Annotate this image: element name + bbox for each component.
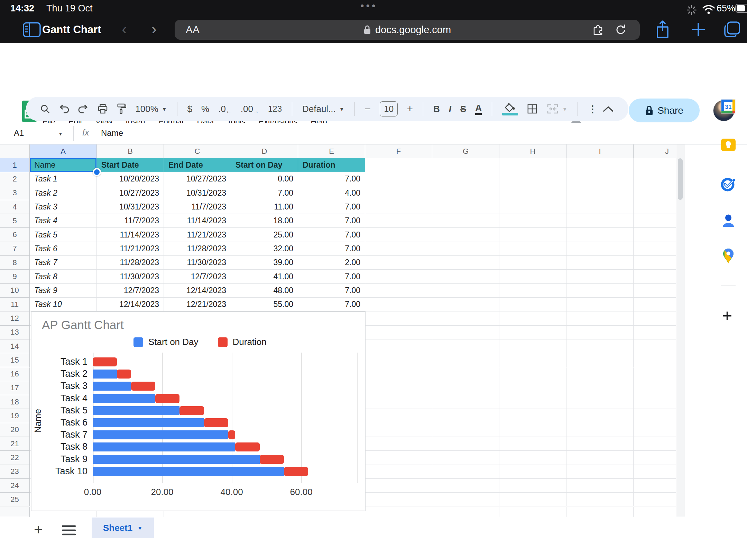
cell-D3[interactable]: 7.00 — [231, 186, 298, 200]
embedded-chart[interactable]: AP Gantt Chart Start on DayDuration Name… — [31, 311, 366, 511]
cell-I17[interactable] — [566, 381, 634, 395]
column-header-E[interactable]: E — [298, 144, 365, 158]
cell-H15[interactable] — [499, 353, 566, 367]
format-currency-button[interactable]: $ — [187, 104, 192, 114]
cell-C1[interactable]: End Date — [164, 158, 231, 172]
print-icon[interactable] — [98, 103, 108, 114]
cell-I20[interactable] — [566, 423, 634, 437]
cell-I4[interactable] — [566, 200, 634, 214]
cell-G15[interactable] — [432, 353, 499, 367]
cell-G16[interactable] — [432, 367, 499, 381]
paint-format-icon[interactable] — [117, 103, 126, 115]
cell-I25[interactable] — [566, 493, 634, 506]
cell-D4[interactable]: 11.00 — [231, 200, 298, 214]
cell-F4[interactable] — [365, 200, 432, 214]
name-box-caret-icon[interactable]: ▼ — [58, 131, 63, 137]
row-header-12[interactable]: 12 — [0, 311, 30, 325]
cell-G11[interactable] — [432, 298, 499, 311]
cell-C8[interactable]: 11/30/2023 — [164, 256, 231, 270]
bold-button[interactable]: B — [433, 104, 440, 114]
cell-F11[interactable] — [365, 298, 432, 311]
cell-J16[interactable] — [634, 367, 676, 381]
cell-E8[interactable]: 2.00 — [298, 256, 365, 270]
row-header-18[interactable]: 18 — [0, 395, 30, 409]
google-contacts-icon[interactable] — [720, 213, 737, 230]
cell-J8[interactable] — [634, 256, 676, 270]
text-color-button[interactable]: A — [475, 103, 482, 115]
cell-F7[interactable] — [365, 242, 432, 256]
cell-H26[interactable] — [499, 507, 566, 517]
cell-C5[interactable]: 11/14/2023 — [164, 214, 231, 228]
cell-J15[interactable] — [634, 353, 676, 367]
more-formats-button[interactable]: 123 — [268, 104, 282, 114]
cell-F6[interactable] — [365, 228, 432, 242]
cell-E10[interactable]: 7.00 — [298, 284, 365, 298]
cell-B8[interactable]: 11/28/2023 — [97, 256, 164, 270]
grid-corner[interactable] — [0, 144, 30, 158]
cell-G13[interactable] — [432, 326, 499, 339]
cell-A2[interactable]: Task 1 — [30, 172, 97, 186]
fill-color-button[interactable] — [502, 103, 518, 115]
cell-H11[interactable] — [499, 298, 566, 311]
borders-icon[interactable] — [527, 103, 537, 114]
cell-H19[interactable] — [499, 409, 566, 423]
cell-I18[interactable] — [566, 395, 634, 409]
cell-I2[interactable] — [566, 172, 634, 186]
cell-I24[interactable] — [566, 479, 634, 493]
cell-A8[interactable]: Task 7 — [30, 256, 97, 270]
cell-I26[interactable] — [566, 507, 634, 517]
column-header-B[interactable]: B — [97, 144, 164, 158]
cell-B4[interactable]: 10/31/2023 — [97, 200, 164, 214]
address-bar[interactable]: AA docs.google.com — [175, 20, 640, 40]
row-header-8[interactable]: 8 — [0, 256, 30, 270]
cell-H3[interactable] — [499, 186, 566, 200]
reload-icon[interactable] — [615, 24, 627, 36]
cell-I1[interactable] — [566, 158, 634, 172]
cell-A6[interactable]: Task 5 — [30, 228, 97, 242]
row-header-24[interactable]: 24 — [0, 479, 30, 493]
forward-button[interactable]: › — [151, 21, 157, 37]
row-header-7[interactable]: 7 — [0, 242, 30, 256]
cell-D8[interactable]: 39.00 — [231, 256, 298, 270]
cell-F1[interactable] — [365, 158, 432, 172]
cell-J17[interactable] — [634, 381, 676, 395]
cell-G24[interactable] — [432, 479, 499, 493]
cell-G21[interactable] — [432, 437, 499, 451]
cell-H24[interactable] — [499, 479, 566, 493]
new-tab-icon[interactable] — [690, 21, 706, 37]
cell-H22[interactable] — [499, 451, 566, 465]
column-header-A[interactable]: A — [30, 144, 97, 158]
cell-E4[interactable]: 7.00 — [298, 200, 365, 214]
cell-C7[interactable]: 11/28/2023 — [164, 242, 231, 256]
row-header-26[interactable] — [0, 507, 30, 517]
cell-G25[interactable] — [432, 493, 499, 506]
cell-J21[interactable] — [634, 437, 676, 451]
cell-J3[interactable] — [634, 186, 676, 200]
tabs-overview-icon[interactable] — [723, 20, 741, 39]
cell-F20[interactable] — [365, 423, 432, 437]
cell-I12[interactable] — [566, 311, 634, 325]
row-header-6[interactable]: 6 — [0, 228, 30, 242]
cell-I15[interactable] — [566, 353, 634, 367]
row-header-15[interactable]: 15 — [0, 353, 30, 367]
cell-I11[interactable] — [566, 298, 634, 311]
cell-F26[interactable] — [365, 507, 432, 517]
cell-F14[interactable] — [365, 339, 432, 353]
cell-F13[interactable] — [365, 326, 432, 339]
row-header-3[interactable]: 3 — [0, 186, 30, 200]
cell-H2[interactable] — [499, 172, 566, 186]
google-maps-icon[interactable] — [720, 248, 737, 264]
cell-H8[interactable] — [499, 256, 566, 270]
cell-D11[interactable]: 55.00 — [231, 298, 298, 311]
cell-H25[interactable] — [499, 493, 566, 506]
cell-F18[interactable] — [365, 395, 432, 409]
google-tasks-icon[interactable] — [720, 176, 737, 192]
cell-F23[interactable] — [365, 465, 432, 479]
cell-H5[interactable] — [499, 214, 566, 228]
cell-F5[interactable] — [365, 214, 432, 228]
row-header-9[interactable]: 9 — [0, 270, 30, 283]
cell-H9[interactable] — [499, 270, 566, 283]
cell-C10[interactable]: 12/14/2023 — [164, 284, 231, 298]
cell-A4[interactable]: Task 3 — [30, 200, 97, 214]
cell-B2[interactable]: 10/20/2023 — [97, 172, 164, 186]
